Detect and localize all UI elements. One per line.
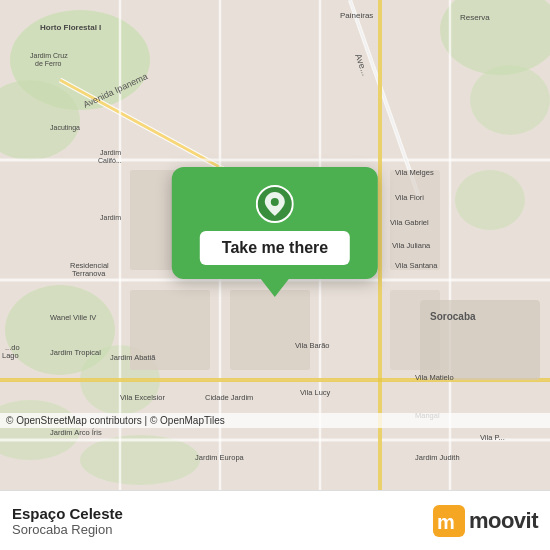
- svg-text:Paineiras: Paineiras: [340, 11, 373, 20]
- svg-text:Vila Barão: Vila Barão: [295, 341, 329, 350]
- svg-point-68: [271, 198, 279, 206]
- svg-text:Vila Juliana: Vila Juliana: [392, 241, 431, 250]
- svg-text:Vila Gabriel: Vila Gabriel: [390, 218, 429, 227]
- svg-point-4: [470, 65, 550, 135]
- svg-text:Vila Melges: Vila Melges: [395, 168, 434, 177]
- svg-text:Horto Florestal I: Horto Florestal I: [40, 23, 101, 32]
- svg-text:Jardim Europa: Jardim Europa: [195, 453, 245, 462]
- svg-text:Jardim Abatiã: Jardim Abatiã: [110, 353, 156, 362]
- svg-text:Vila Lucy: Vila Lucy: [300, 388, 331, 397]
- place-info: Espaço Celeste Sorocaba Region: [12, 505, 123, 537]
- svg-text:Vila Fiori: Vila Fiori: [395, 193, 424, 202]
- popup-box: Take me there: [172, 167, 378, 279]
- svg-text:Reserva: Reserva: [460, 13, 490, 22]
- popup-tail: [261, 279, 289, 297]
- svg-text:Vila Excelsior: Vila Excelsior: [120, 393, 165, 402]
- svg-text:Jardim Tropical: Jardim Tropical: [50, 348, 101, 357]
- svg-text:Jardim Judith: Jardim Judith: [415, 453, 460, 462]
- svg-rect-28: [230, 290, 310, 370]
- svg-text:m: m: [437, 511, 455, 533]
- bottom-bar: Espaço Celeste Sorocaba Region m moovit: [0, 490, 550, 550]
- svg-text:Vila Santana: Vila Santana: [395, 261, 438, 270]
- take-me-there-button[interactable]: Take me there: [200, 231, 350, 265]
- svg-text:Terranova: Terranova: [72, 269, 106, 278]
- moovit-logo: m moovit: [433, 505, 538, 537]
- place-region: Sorocaba Region: [12, 522, 123, 537]
- moovit-brand-icon: m: [433, 505, 465, 537]
- map-container: Avenida Ipanema Ave... Horto Florestal I…: [0, 0, 550, 490]
- svg-point-9: [80, 435, 200, 485]
- svg-text:Lago: Lago: [2, 351, 19, 360]
- svg-text:Jardim: Jardim: [100, 149, 121, 156]
- svg-text:Sorocaba: Sorocaba: [430, 311, 476, 322]
- location-pin-icon: [256, 185, 294, 223]
- moovit-brand-text: moovit: [469, 508, 538, 534]
- location-popup: Take me there: [172, 167, 378, 297]
- svg-text:de Ferro: de Ferro: [35, 60, 62, 67]
- svg-text:Jardim Arco Íris: Jardim Arco Íris: [50, 428, 102, 437]
- svg-text:Jardim Cruz: Jardim Cruz: [30, 52, 68, 59]
- svg-text:Califó...: Califó...: [98, 157, 122, 164]
- svg-text:Jardim: Jardim: [100, 214, 121, 221]
- svg-text:Vila Matielo: Vila Matielo: [415, 373, 454, 382]
- svg-text:Vila P...: Vila P...: [480, 433, 505, 442]
- place-name: Espaço Celeste: [12, 505, 123, 522]
- svg-text:Jacutinga: Jacutinga: [50, 124, 80, 132]
- svg-text:Wanel Ville IV: Wanel Ville IV: [50, 313, 96, 322]
- svg-point-5: [455, 170, 525, 230]
- map-attribution: © OpenStreetMap contributors | © OpenMap…: [0, 413, 550, 428]
- svg-text:Cidade Jardim: Cidade Jardim: [205, 393, 253, 402]
